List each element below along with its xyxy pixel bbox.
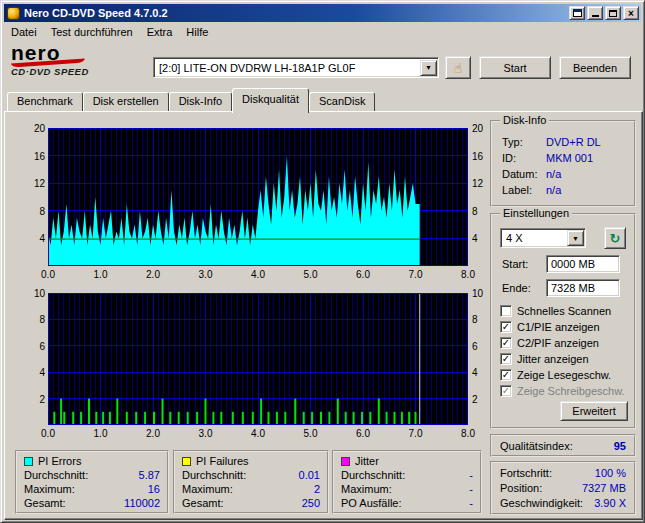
speed-select-value: 4 X <box>501 232 566 244</box>
tab-disk-info[interactable]: Disk-Info <box>169 92 232 111</box>
axis-tick-label: 6 <box>21 341 45 352</box>
checkbox-4[interactable]: ✓ <box>500 369 512 381</box>
axis-tick-label: 4 <box>472 233 494 244</box>
menu-bar: Datei Test durchführen Extra Hilfe <box>4 23 641 41</box>
axis-tick-label: 1.0 <box>90 428 112 439</box>
progress-row: Fortschritt:100 % <box>500 466 626 481</box>
checkbox-row-3[interactable]: ✓Jitter anzeigen <box>500 351 630 367</box>
axis-tick-label: 0.0 <box>37 428 59 439</box>
axis-tick-label: 16 <box>472 151 494 162</box>
disk-info-group-title: Disk-Info <box>500 114 549 126</box>
axis-tick-label: 12 <box>472 178 494 189</box>
refresh-button[interactable]: ↻ <box>604 227 626 249</box>
progress-panel: Fortschritt:100 % Position:7327 MB Gesch… <box>490 461 636 515</box>
jitter-stats-title: Jitter <box>355 454 379 468</box>
menu-test-durchfuehren[interactable]: Test durchführen <box>44 24 140 40</box>
close-button[interactable]: × <box>623 6 639 20</box>
disk-info-row-id: ID:MKM 001 <box>502 150 634 166</box>
axis-tick-label: 6.0 <box>352 269 374 280</box>
axis-tick-label: 2.0 <box>142 428 164 439</box>
position-row: Position:7327 MB <box>500 481 626 496</box>
app-icon[interactable] <box>7 7 20 20</box>
checkbox-3[interactable]: ✓ <box>500 353 512 365</box>
menu-extra[interactable]: Extra <box>140 24 180 40</box>
stat-row: Gesamt:110002 <box>24 496 160 510</box>
stat-row: Gesamt:250 <box>182 496 320 510</box>
axis-tick-label: 4 <box>472 367 494 378</box>
checkbox-row-0[interactable]: Schnelles Scannen <box>500 303 630 319</box>
cddvd-speed-logo-text: CD·DVD SPEED <box>11 66 141 77</box>
drive-select-value: [2:0] LITE-ON DVDRW LH-18A1P GL0F <box>154 62 419 74</box>
end-field-label: Ende: <box>502 282 531 294</box>
axis-tick-label: 6 <box>472 341 494 352</box>
menu-datei[interactable]: Datei <box>4 24 44 40</box>
axis-tick-label: 4.0 <box>247 269 269 280</box>
tab-scandisk[interactable]: ScanDisk <box>309 92 375 111</box>
checkbox-row-2[interactable]: ✓C2/PIF anzeigen <box>500 335 630 351</box>
minimize-button[interactable] <box>587 6 603 20</box>
jitter-stats: Jitter Durchschnitt:- Maximum:- PO Ausfä… <box>332 450 482 514</box>
stat-row: Durchschnitt:- <box>341 468 473 482</box>
nero-logo: nero CD·DVD SPEED <box>11 43 141 77</box>
checkbox-label-0: Schnelles Scannen <box>517 305 611 317</box>
pi-errors-stats: PI Errors Durchschnitt:5.87 Maximum:16 G… <box>15 450 169 514</box>
axis-tick-label: 8.0 <box>457 269 479 280</box>
checkbox-row-5[interactable]: ✓Zeige Schreibgeschw. <box>500 383 630 399</box>
hand-tool-button[interactable]: ☝ <box>445 56 471 79</box>
checkbox-label-5: Zeige Schreibgeschw. <box>517 385 625 397</box>
pi-failures-stats: PI Failures Durchschnitt:0.01 Maximum:2 … <box>173 450 329 514</box>
axis-tick-label: 5.0 <box>300 269 322 280</box>
quit-button[interactable]: Beenden <box>559 56 631 79</box>
start-button[interactable]: Start <box>479 56 551 79</box>
checkbox-0[interactable] <box>500 305 512 317</box>
axis-tick-label: 20 <box>21 123 45 134</box>
pi-failures-chart <box>48 293 468 425</box>
speed-row: Geschwindigkeit:3.90 X <box>500 496 626 511</box>
start-field[interactable]: 0000 MB <box>546 255 620 273</box>
chevron-down-icon[interactable]: ▼ <box>420 60 437 76</box>
titlebar[interactable]: Nero CD-DVD Speed 4.7.0.2 × <box>4 4 641 22</box>
tab-benchmark[interactable]: Benchmark <box>7 92 83 111</box>
disk-info-row-typ: Typ:DVD+R DL <box>502 134 634 150</box>
axis-tick-label: 2 <box>472 394 494 405</box>
hand-icon: ☝ <box>454 60 463 76</box>
checkbox-row-1[interactable]: ✓C1/PIE anzeigen <box>500 319 630 335</box>
checkbox-1[interactable]: ✓ <box>500 321 512 333</box>
titlebar-extra-button[interactable] <box>569 6 585 20</box>
maximize-button[interactable] <box>605 6 621 20</box>
axis-tick-label: 2.0 <box>142 269 164 280</box>
axis-tick-label: 2 <box>21 394 45 405</box>
stat-row: Durchschnitt:0.01 <box>182 468 320 482</box>
maximize-icon <box>609 10 617 17</box>
window-title: Nero CD-DVD Speed 4.7.0.2 <box>24 7 168 19</box>
axis-tick-label: 16 <box>21 151 45 162</box>
pi-errors-legend-swatch <box>24 457 33 466</box>
quality-index-value: 95 <box>614 440 626 452</box>
axis-tick-label: 7.0 <box>405 428 427 439</box>
disk-info-row-label: Label:n/a <box>502 182 634 198</box>
menu-hilfe[interactable]: Hilfe <box>179 24 215 40</box>
speed-select[interactable]: 4 X ▼ <box>500 228 586 248</box>
axis-tick-label: 6.0 <box>352 428 374 439</box>
mini-window-icon <box>573 9 582 17</box>
checkbox-5[interactable]: ✓ <box>500 385 512 397</box>
tab-disk-erstellen[interactable]: Disk erstellen <box>83 92 169 111</box>
checkbox-label-1: C1/PIE anzeigen <box>517 321 600 333</box>
chevron-down-icon[interactable]: ▼ <box>567 230 584 246</box>
checkbox-label-3: Jitter anzeigen <box>517 353 589 365</box>
axis-tick-label: 3.0 <box>195 269 217 280</box>
axis-tick-label: 8 <box>21 314 45 325</box>
pi-failures-legend-swatch <box>182 457 191 466</box>
checkbox-2[interactable]: ✓ <box>500 337 512 349</box>
settings-group: Einstellungen 4 X ▼ ↻ Start: 0000 MB End… <box>490 213 636 429</box>
checkbox-label-2: C2/PIF anzeigen <box>517 337 599 349</box>
end-field[interactable]: 7328 MB <box>546 279 620 297</box>
axis-tick-label: 10 <box>21 288 45 299</box>
checkbox-row-4[interactable]: ✓Zeige Lesegeschw. <box>500 367 630 383</box>
tab-strip: Benchmark Disk erstellen Disk-Info Diskq… <box>7 88 375 111</box>
settings-group-title: Einstellungen <box>500 207 572 219</box>
settings-checkbox-list: Schnelles Scannen✓C1/PIE anzeigen✓C2/PIF… <box>500 303 630 399</box>
advanced-button[interactable]: Erweitert <box>560 401 628 421</box>
drive-select[interactable]: [2:0] LITE-ON DVDRW LH-18A1P GL0F ▼ <box>153 57 439 78</box>
tab-diskqualitaet[interactable]: Diskqualität <box>232 88 309 113</box>
